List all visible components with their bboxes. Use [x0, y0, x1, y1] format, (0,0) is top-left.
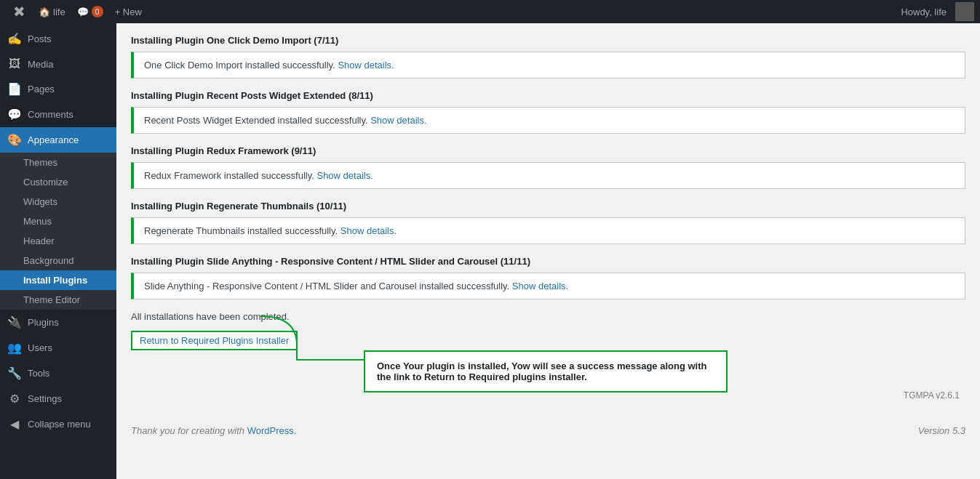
install-heading-3: Installing Plugin Regenerate Thumbnails …	[131, 201, 965, 212]
completion-notice: All installations have been completed.	[131, 311, 965, 322]
comments-nav-icon: 💬	[7, 108, 22, 121]
sidebar-item-background[interactable]: Background	[0, 251, 116, 270]
posts-icon: ✍	[7, 32, 22, 46]
install-heading-2: Installing Plugin Redux Framework (9/11)	[131, 145, 965, 156]
sidebar-item-install-plugins[interactable]: Install Plugins	[0, 270, 116, 290]
sidebar-item-media[interactable]: 🖼 Media	[0, 52, 116, 76]
return-link-button[interactable]: Return to Required Plugins Installer	[131, 331, 298, 350]
version-text: Version 5.3	[918, 425, 965, 436]
install-box-3: Regenerate Thumbnails installed successf…	[131, 217, 965, 244]
home-icon: 🏠	[39, 7, 50, 17]
install-box-1: Recent Posts Widget Extended installed s…	[131, 107, 965, 134]
install-section-0: Installing Plugin One Click Demo Import …	[131, 35, 965, 79]
avatar[interactable]	[955, 2, 974, 21]
show-details-link-0[interactable]: Show details.	[338, 60, 394, 71]
sidebar: ✍ Posts 🖼 Media 📄 Pages 💬 Comme	[0, 23, 116, 479]
install-section-2: Installing Plugin Redux Framework (9/11)…	[131, 145, 965, 189]
site-name-link[interactable]: 🏠 life	[33, 0, 71, 23]
appearance-icon: 🎨	[7, 133, 22, 147]
install-heading-0: Installing Plugin One Click Demo Import …	[131, 35, 965, 46]
sidebar-item-collapse[interactable]: ◀ Collapse menu	[0, 411, 116, 437]
sidebar-item-tools[interactable]: 🔧 Tools	[0, 361, 116, 386]
install-section-3: Installing Plugin Regenerate Thumbnails …	[131, 201, 965, 244]
sidebar-item-users[interactable]: 👥 Users	[0, 335, 116, 361]
pages-icon: 📄	[7, 82, 22, 96]
collapse-icon: ◀	[7, 417, 22, 431]
sidebar-item-settings[interactable]: ⚙ Settings	[0, 386, 116, 411]
show-details-link-4[interactable]: Show details.	[512, 281, 568, 291]
tools-icon: 🔧	[7, 366, 22, 380]
sidebar-item-menus[interactable]: Menus	[0, 212, 116, 231]
sidebar-item-theme-editor[interactable]: Theme Editor	[0, 290, 116, 310]
callout-box: Once Your plugin is installed, Yow will …	[364, 350, 728, 393]
wp-logo[interactable]: ✖	[6, 0, 33, 23]
show-details-link-3[interactable]: Show details.	[340, 225, 397, 236]
main-content: Installing Plugin One Click Demo Import …	[116, 23, 980, 479]
show-details-link-1[interactable]: Show details.	[370, 115, 426, 126]
plugins-icon: 🔌	[7, 315, 22, 329]
new-content-button[interactable]: + New	[109, 0, 148, 23]
comment-icon: 💬	[77, 7, 89, 17]
footer-text: Thank you for creating with WordPress.	[131, 425, 296, 436]
install-section-1: Installing Plugin Recent Posts Widget Ex…	[131, 90, 965, 134]
footer: Thank you for creating with WordPress. V…	[131, 425, 965, 436]
install-heading-1: Installing Plugin Recent Posts Widget Ex…	[131, 90, 965, 101]
show-details-link-2[interactable]: Show details.	[316, 170, 373, 181]
top-bar: ✖ 🏠 life 💬 0 + New Howdy, life	[0, 0, 980, 23]
sidebar-item-comments[interactable]: 💬 Comments	[0, 102, 116, 127]
sidebar-item-themes[interactable]: Themes	[0, 153, 116, 172]
install-heading-4: Installing Plugin Slide Anything - Respo…	[131, 256, 965, 267]
sidebar-item-plugins[interactable]: 🔌 Plugins	[0, 310, 116, 335]
sidebar-item-pages[interactable]: 📄 Pages	[0, 76, 116, 102]
sidebar-item-widgets[interactable]: Widgets	[0, 192, 116, 212]
tgmpa-version: TGMPA v2.6.1	[898, 387, 965, 403]
comments-link[interactable]: 💬 0	[71, 0, 109, 23]
settings-icon: ⚙	[7, 392, 22, 406]
howdy-text: Howdy, life	[895, 7, 952, 17]
media-icon: 🖼	[7, 57, 22, 71]
sidebar-item-appearance[interactable]: 🎨 Appearance Themes Customize Widgets Me…	[0, 127, 116, 310]
sidebar-item-posts[interactable]: ✍ Posts	[0, 26, 116, 52]
install-box-4: Slide Anything - Responsive Content / HT…	[131, 273, 965, 299]
users-icon: 👥	[7, 341, 22, 355]
sidebar-item-header[interactable]: Header	[0, 231, 116, 251]
wordpress-link[interactable]: WordPress.	[247, 425, 297, 436]
sidebar-item-customize[interactable]: Customize	[0, 172, 116, 192]
install-section-4: Installing Plugin Slide Anything - Respo…	[131, 256, 965, 299]
install-box-2: Redux Framework installed successfully. …	[131, 162, 965, 189]
install-box-0: One Click Demo Import installed successf…	[131, 52, 965, 79]
